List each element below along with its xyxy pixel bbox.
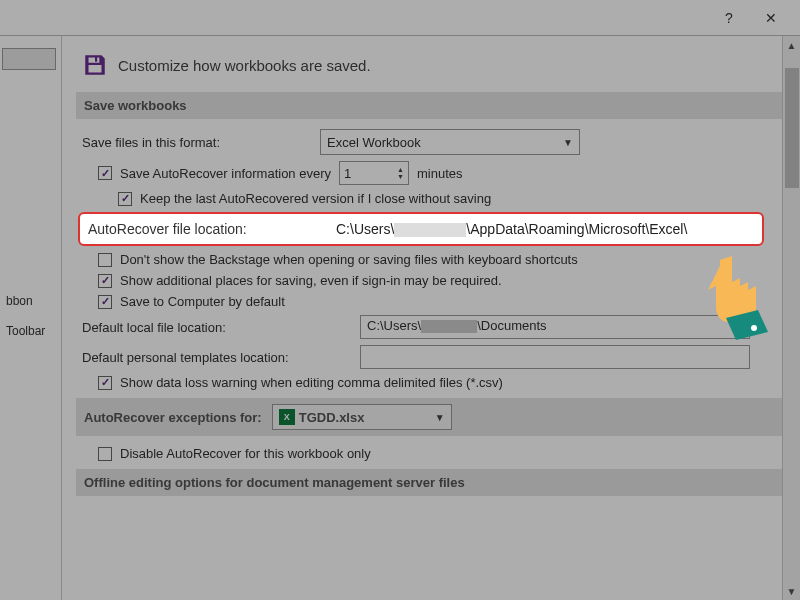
label-format: Save files in this format: <box>82 135 312 150</box>
sidebar-item-ribbon[interactable]: bbon <box>0 290 61 320</box>
checkbox-disable-autorecover[interactable] <box>98 447 112 461</box>
sidebar-item-toolbar[interactable]: Toolbar <box>0 320 61 350</box>
excel-icon: X <box>279 409 295 425</box>
default-templates-field[interactable] <box>360 345 750 369</box>
save-icon <box>82 52 108 78</box>
label-default-templates: Default personal templates location: <box>82 350 352 365</box>
checkbox-show-additional[interactable] <box>98 274 112 288</box>
section-save-workbooks: Save workbooks <box>76 92 786 119</box>
scroll-up-icon[interactable]: ▲ <box>783 36 800 54</box>
format-value: Excel Workbook <box>327 135 421 150</box>
format-dropdown[interactable]: Excel Workbook ▼ <box>320 129 580 155</box>
close-icon: ✕ <box>765 10 777 26</box>
help-icon: ? <box>725 10 733 26</box>
checkbox-no-backstage[interactable] <box>98 253 112 267</box>
checkbox-autorecover[interactable] <box>98 166 112 180</box>
scroll-thumb[interactable] <box>785 68 799 188</box>
label-autorecover: Save AutoRecover information every <box>120 166 331 181</box>
exceptions-file-value: TGDD.xlsx <box>299 410 365 425</box>
autorecover-location-row: AutoRecover file location: C:\Users\\App… <box>78 212 764 246</box>
label-disable-autorecover: Disable AutoRecover for this workbook on… <box>120 446 371 461</box>
page-title: Customize how workbooks are saved. <box>118 57 371 74</box>
checkbox-save-computer[interactable] <box>98 295 112 309</box>
sidebar: bbon Toolbar <box>0 36 62 600</box>
chevron-down-icon: ▼ <box>435 412 445 423</box>
label-save-computer: Save to Computer by default <box>120 294 285 309</box>
chevron-down-icon: ▼ <box>563 137 573 148</box>
sidebar-item-save[interactable] <box>2 48 56 70</box>
autorecover-minutes-spinner[interactable]: 1 ▲▼ <box>339 161 409 185</box>
checkbox-csv-warning[interactable] <box>98 376 112 390</box>
label-default-local: Default local file location: <box>82 320 352 335</box>
label-show-additional: Show additional places for saving, even … <box>120 273 502 288</box>
label-minutes: minutes <box>417 166 463 181</box>
section-offline: Offline editing options for document man… <box>76 469 786 496</box>
label-csv-warning: Show data loss warning when editing comm… <box>120 375 503 390</box>
close-button[interactable]: ✕ <box>750 0 792 36</box>
titlebar: ? ✕ <box>0 0 800 36</box>
label-keep-last: Keep the last AutoRecovered version if I… <box>140 191 491 206</box>
svg-point-0 <box>751 325 757 331</box>
scrollbar[interactable]: ▲ ▼ <box>782 36 800 600</box>
help-button[interactable]: ? <box>708 0 750 36</box>
autorecover-location-field[interactable]: C:\Users\\AppData\Roaming\Microsoft\Exce… <box>336 221 754 237</box>
scroll-down-icon[interactable]: ▼ <box>783 582 800 600</box>
default-local-field[interactable]: C:\Users\\Documents <box>360 315 750 339</box>
label-no-backstage: Don't show the Backstage when opening or… <box>120 252 578 267</box>
checkbox-keep-last[interactable] <box>118 192 132 206</box>
main-panel: Customize how workbooks are saved. Save … <box>62 36 800 600</box>
pointer-hand-icon <box>702 252 774 340</box>
section-autorec-exceptions: AutoRecover exceptions for: XTGDD.xlsx ▼ <box>76 398 786 436</box>
exceptions-file-dropdown[interactable]: XTGDD.xlsx ▼ <box>272 404 452 430</box>
spinner-arrows-icon: ▲▼ <box>397 166 404 180</box>
label-autorecover-location: AutoRecover file location: <box>88 221 336 237</box>
autorecover-minutes-value: 1 <box>344 166 351 181</box>
